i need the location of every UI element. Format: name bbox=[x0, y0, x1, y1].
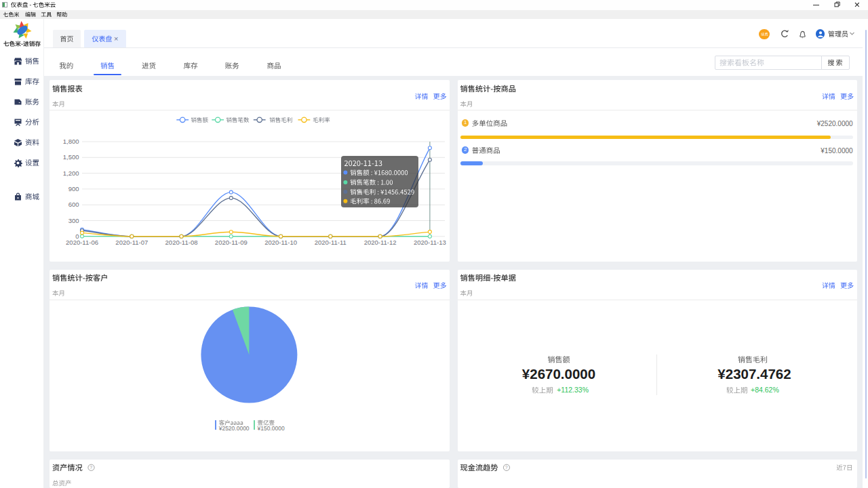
svg-text:?: ? bbox=[90, 465, 92, 470]
svg-text:?: ? bbox=[505, 465, 508, 470]
